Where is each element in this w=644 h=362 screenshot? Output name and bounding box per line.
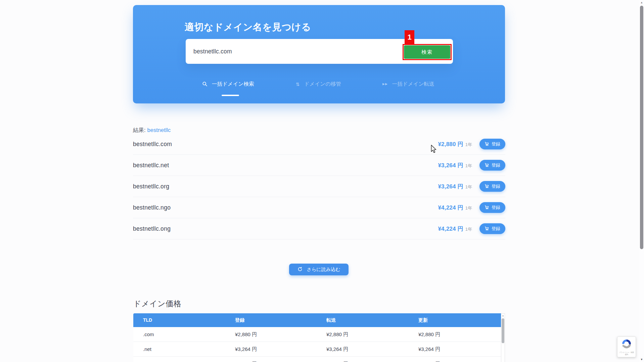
renew-price: ¥3,264 円 (418, 357, 440, 362)
tld: .org (143, 357, 152, 362)
tab-bulk-domain-search[interactable]: 一括ドメイン検索 (202, 81, 254, 88)
cart-icon (485, 141, 489, 147)
tab-label: ドメインの移管 (304, 81, 341, 88)
register-price: ¥3,264 円 (235, 357, 257, 362)
scroll-up-icon[interactable]: ▲ (501, 315, 505, 317)
table-scrollbar[interactable]: ▲ (501, 313, 505, 362)
results-prefix: 結果: (133, 127, 146, 133)
term: 1年 (465, 163, 472, 169)
pricing-section-title: ドメイン価格 (133, 299, 181, 309)
page-scrollbar[interactable]: ▲ ▼ (639, 0, 644, 362)
term: 1年 (465, 184, 472, 190)
active-tab-underline (222, 95, 239, 96)
transfer-price: ¥3,264 円 (326, 357, 348, 362)
cart-icon (485, 163, 489, 168)
price: ¥2,880 円 (438, 140, 463, 148)
cart-icon (485, 184, 489, 189)
price: ¥4,224 円 (438, 204, 463, 212)
register-label: 登録 (492, 226, 500, 232)
term: 1年 (465, 142, 472, 148)
register-button[interactable]: 登録 (479, 181, 505, 192)
scroll-up-icon[interactable]: ▲ (639, 1, 644, 4)
domain-name: bestnetllc.org (133, 183, 438, 190)
search-icon (202, 81, 208, 87)
price: ¥4,224 円 (438, 225, 463, 233)
register-label: 登録 (492, 162, 500, 168)
domain-name: bestnetllc.ngo (133, 204, 438, 211)
load-more-button[interactable]: さらに読み込む (289, 264, 349, 275)
result-row: bestnetllc.ong ¥4,224 円 1年 登録 (133, 218, 505, 239)
register-button[interactable]: 登録 (479, 202, 505, 213)
transfer-price: ¥2,880 円 (326, 327, 348, 342)
domain-search-box: 検索 1 (186, 39, 453, 64)
renew-price: ¥3,264 円 (418, 342, 440, 357)
result-row: bestnetllc.ngo ¥4,224 円 1年 登録 (133, 197, 505, 218)
register-label: 登録 (492, 141, 500, 147)
col-renew: 更新 (418, 313, 428, 327)
tab-bulk-domain-forward[interactable]: ▶▶ 一括ドメイン転送 (382, 81, 434, 88)
register-price: ¥2,880 円 (235, 327, 257, 342)
forward-icon: ▶▶ (382, 83, 388, 86)
page-title: 適切なドメイン名を見つける (185, 21, 311, 34)
cart-icon (485, 226, 489, 232)
pricing-row: .org ¥3,264 円 ¥3,264 円 ¥3,264 円 (133, 357, 505, 362)
scroll-down-icon[interactable]: ▼ (639, 358, 644, 361)
register-button[interactable]: 登録 (479, 160, 505, 171)
cart-icon (485, 205, 489, 211)
query-link[interactable]: bestnetllc (147, 127, 171, 133)
recaptcha-badge[interactable]: プライバシー - 利用規約 (617, 336, 636, 357)
step-1-badge: 1 (405, 30, 414, 44)
domain-search-input[interactable] (186, 39, 397, 64)
recaptcha-logo-icon (621, 338, 632, 349)
renew-price: ¥2,880 円 (418, 327, 440, 342)
domain-search-hero: 適切なドメイン名を見つける 検索 1 一括ドメイン検索 ⇅ ドメインの移管 ▶▶… (133, 5, 505, 103)
load-more-label: さらに読み込む (307, 267, 340, 273)
term: 1年 (465, 226, 472, 232)
tld: .net (143, 342, 151, 357)
results-label: 結果:bestnetllc (133, 127, 171, 134)
price: ¥3,264 円 (438, 162, 463, 169)
term: 1年 (465, 205, 472, 211)
search-button[interactable]: 検索 (404, 45, 450, 59)
domain-name: bestnetllc.net (133, 162, 438, 169)
col-transfer: 転送 (326, 313, 336, 327)
domain-name: bestnetllc.ong (133, 225, 438, 232)
tld: .com (143, 327, 154, 342)
domain-name: bestnetllc.com (133, 141, 438, 148)
result-row: bestnetllc.com ¥2,880 円 1年 登録 (133, 134, 505, 155)
table-scrollbar-thumb[interactable] (502, 318, 504, 343)
tab-label: 一括ドメイン転送 (392, 81, 434, 88)
tab-domain-transfer[interactable]: ⇅ ドメインの移管 (296, 81, 341, 88)
register-label: 登録 (492, 183, 500, 189)
tab-label: 一括ドメイン検索 (212, 81, 254, 88)
register-label: 登録 (492, 205, 500, 211)
result-row: bestnetllc.org ¥3,264 円 1年 登録 (133, 176, 505, 197)
result-row: bestnetllc.net ¥3,264 円 1年 登録 (133, 155, 505, 176)
page-scrollbar-thumb[interactable] (640, 6, 643, 249)
col-register: 登録 (235, 313, 244, 327)
domain-search-page: 適切なドメイン名を見つける 検索 1 一括ドメイン検索 ⇅ ドメインの移管 ▶▶… (0, 0, 644, 362)
transfer-price: ¥3,264 円 (326, 342, 348, 357)
register-button[interactable]: 登録 (479, 223, 505, 234)
col-tld: TLD (143, 313, 152, 327)
price: ¥3,264 円 (438, 183, 463, 190)
recaptcha-terms-label[interactable]: プライバシー - 利用規約 (618, 352, 635, 356)
register-price: ¥3,264 円 (235, 342, 257, 357)
mouse-cursor (431, 145, 438, 154)
transfer-icon: ⇅ (296, 82, 300, 87)
pricing-row: .com ¥2,880 円 ¥2,880 円 ¥2,880 円 (133, 327, 505, 342)
refresh-icon (297, 267, 303, 273)
pricing-row: .net ¥3,264 円 ¥3,264 円 ¥3,264 円 (133, 342, 505, 357)
register-button[interactable]: 登録 (479, 139, 505, 149)
pricing-table-header: TLD 登録 転送 更新 (133, 313, 505, 327)
pricing-table: TLD 登録 転送 更新 .com ¥2,880 円 ¥2,880 円 ¥2,8… (133, 313, 505, 362)
